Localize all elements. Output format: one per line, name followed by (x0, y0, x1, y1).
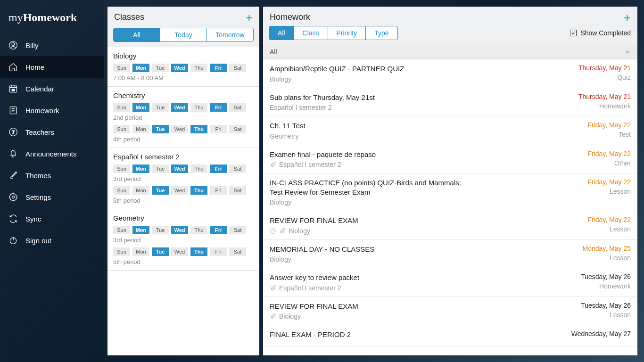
hw-type: Lesson (583, 254, 631, 262)
tab-hw-all[interactable]: All (269, 26, 294, 40)
homework-item[interactable]: MEMORIAL DAY - NO CLASSES Biology Monday… (263, 240, 637, 269)
day-fri: Fri (210, 125, 227, 133)
hw-subject: Biology (270, 313, 571, 320)
nav-sync[interactable]: Sync (0, 208, 104, 230)
day-sun: Sun (113, 165, 130, 173)
add-homework-button[interactable]: + (624, 13, 631, 22)
nav-settings[interactable]: Settings (0, 186, 104, 208)
hw-type: Other (587, 159, 631, 167)
hw-title: Amphibian/Reptile QUIZ - PARTNER QUIZ (270, 64, 569, 74)
class-name: Chemistry (113, 91, 254, 99)
svg-text:22: 22 (12, 89, 15, 91)
nav-calendar-label: Calendar (25, 85, 54, 93)
day-sun: Sun (113, 186, 130, 195)
day-row: Sun Mon Tue Wed Thu Fri Sat (113, 186, 254, 195)
hw-subject: Español I semester 2 (270, 104, 569, 111)
class-name: Biology (113, 52, 254, 60)
hw-subject-text: Español I semester 2 (279, 284, 341, 292)
hw-subject: Biology (270, 255, 573, 263)
nav-announcements-label: Announcements (25, 150, 76, 158)
hw-right: Friday, May 22 Lesson (587, 216, 631, 235)
day-wed: Wed (171, 64, 188, 72)
nav-announcements[interactable]: Announcements (0, 143, 104, 165)
homework-item[interactable]: Examen final - paquete de repaso Español… (263, 145, 637, 174)
homework-header: Homework + (263, 7, 637, 26)
nav-home[interactable]: Home (0, 56, 104, 78)
homework-list: Amphibian/Reptile QUIZ - PARTNER QUIZ Bi… (263, 59, 637, 355)
hw-left: FINAL EXAM - PERIOD 2 (270, 330, 562, 341)
day-tue: Tue (152, 226, 169, 234)
homework-item[interactable]: Sub plans for Thursday, May 21st Español… (263, 88, 637, 117)
day-thu: Thu (190, 226, 207, 234)
tab-classes-today[interactable]: Today (160, 28, 207, 41)
day-fri: Fri (210, 247, 227, 256)
nav-user[interactable]: Billy (0, 34, 104, 56)
sync-icon (8, 214, 18, 223)
show-completed-toggle[interactable]: ✓ Show Completed (570, 29, 631, 37)
sidebar: myHomework Billy Home 22 Calendar Homewo… (0, 0, 104, 362)
classes-header: Classes + (107, 7, 259, 26)
classes-panel: Classes + All Today Tomorrow Biology Sun… (107, 7, 259, 355)
day-mon: Mon (132, 186, 149, 195)
day-wed: Wed (171, 186, 188, 195)
nav-signout[interactable]: Sign out (0, 230, 104, 251)
nav-calendar[interactable]: 22 Calendar (0, 78, 104, 99)
day-thu: Thu (190, 247, 207, 256)
hw-right: Tuesday, May 26 Lesson (581, 302, 631, 321)
svg-point-7 (12, 196, 15, 198)
nav-teachers[interactable]: T Teachers (0, 121, 104, 143)
tab-classes-tomorrow[interactable]: Tomorrow (207, 28, 253, 41)
hw-right: Friday, May 22 Other (587, 150, 631, 169)
hw-right: Wednesday, May 27 (571, 330, 631, 341)
class-item-espanol[interactable]: Español I semester 2 Sun Mon Tue Wed Thu… (107, 148, 259, 209)
day-sat: Sat (229, 165, 246, 173)
homework-item[interactable]: REVIEW FOR FINAL EXAM Biology Friday, Ma… (263, 211, 637, 240)
hw-type: Homework (581, 282, 631, 290)
day-tue: Tue (152, 247, 169, 256)
nav: Billy Home 22 Calendar Homework T Teache… (0, 34, 104, 251)
tab-hw-type[interactable]: Type (366, 26, 397, 40)
class-item-biology[interactable]: Biology Sun Mon Tue Wed Thu Fri Sat 7:00… (107, 47, 259, 87)
class-item-chemistry[interactable]: Chemistry Sun Mon Tue Wed Thu Fri Sat 2n… (107, 87, 259, 148)
homework-item[interactable]: REVIEW FOR FINAL EXAM Biology Tuesday, M… (263, 297, 637, 326)
nav-themes-label: Themes (25, 172, 51, 180)
paperclip-icon (279, 228, 286, 234)
nav-signout-label: Sign out (25, 237, 51, 245)
hw-type: Lesson (587, 188, 631, 195)
tab-hw-class[interactable]: Class (294, 26, 328, 40)
hw-right: Thursday, May 21 Quiz (578, 64, 631, 83)
calendar-icon: 22 (8, 84, 18, 93)
nav-user-label: Billy (25, 41, 39, 49)
chevron-up-icon (624, 49, 631, 55)
day-mon: Mon (132, 247, 149, 256)
hw-right: Friday, May 22 Test (587, 121, 631, 140)
nav-themes[interactable]: Themes (0, 165, 104, 186)
hw-title: MEMORIAL DAY - NO CLASSES (270, 245, 573, 254)
homework-item[interactable]: Ch. 11 Test Geometry Friday, May 22 Test (263, 116, 637, 145)
hw-date: Friday, May 22 (587, 150, 631, 157)
filter-header[interactable]: All (263, 45, 637, 59)
add-class-button[interactable]: + (246, 13, 253, 22)
class-name: Español I semester 2 (113, 153, 254, 161)
classes-title: Classes (114, 12, 144, 22)
homework-item[interactable]: Amphibian/Reptile QUIZ - PARTNER QUIZ Bi… (263, 59, 637, 88)
hw-right: Monday, May 25 Lesson (583, 245, 631, 263)
homework-item[interactable]: IN-CLASS PRACTICE (no points) QUIZ-Birds… (263, 173, 637, 211)
nav-settings-label: Settings (25, 193, 51, 201)
class-item-geometry[interactable]: Geometry Sun Mon Tue Wed Thu Fri Sat 3rd… (107, 209, 259, 271)
nav-home-label: Home (25, 63, 44, 71)
homework-panel: Homework + All Class Priority Type ✓ Sho… (263, 7, 637, 355)
tab-hw-priority[interactable]: Priority (328, 26, 366, 40)
nav-homework[interactable]: Homework (0, 99, 104, 121)
tab-classes-all[interactable]: All (114, 28, 160, 41)
homework-item[interactable]: FINAL EXAM - PERIOD 2 Wednesday, May 27 (263, 325, 637, 346)
class-period: 5th period (113, 258, 254, 265)
homework-title: Homework (270, 12, 310, 22)
homework-item[interactable]: Answer key to review packet Español I se… (263, 268, 637, 297)
day-sun: Sun (113, 103, 130, 112)
hw-date: Thursday, May 21 (578, 93, 631, 100)
hw-type: Quiz (578, 74, 631, 81)
power-icon (8, 236, 18, 245)
day-tue: Tue (152, 165, 169, 173)
home-icon (8, 62, 18, 72)
